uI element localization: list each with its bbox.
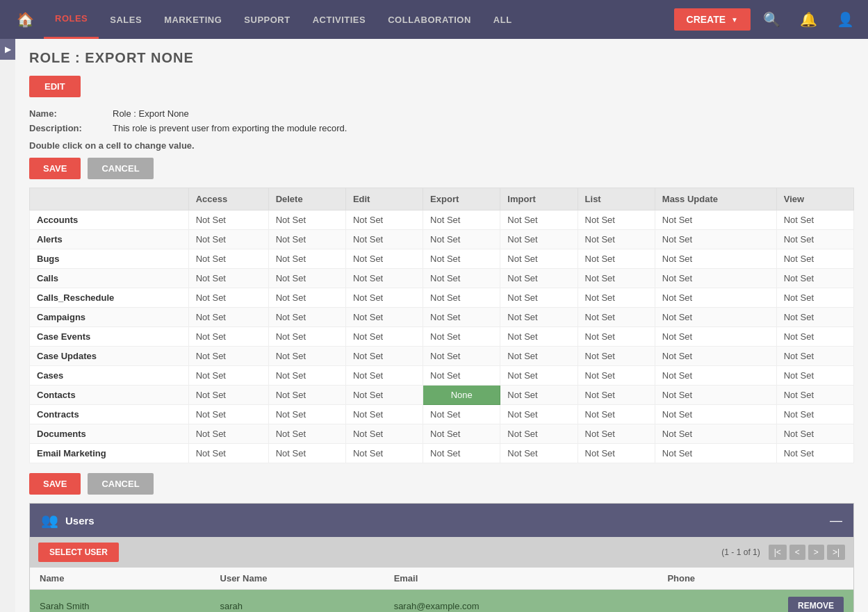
- permission-cell[interactable]: Not Set: [578, 366, 655, 386]
- permission-cell[interactable]: Not Set: [188, 366, 268, 386]
- permission-cell[interactable]: Not Set: [500, 366, 578, 386]
- permission-cell[interactable]: Not Set: [345, 308, 423, 327]
- search-button[interactable]: 🔍: [756, 7, 787, 32]
- permission-cell[interactable]: Not Set: [345, 327, 423, 347]
- permission-cell[interactable]: Not Set: [423, 424, 500, 444]
- permission-cell[interactable]: Not Set: [776, 210, 853, 230]
- permission-cell[interactable]: Not Set: [345, 249, 423, 269]
- permission-cell[interactable]: Not Set: [188, 288, 268, 308]
- permission-cell[interactable]: Not Set: [188, 347, 268, 366]
- home-button[interactable]: 🏠: [7, 11, 44, 28]
- permission-cell[interactable]: Not Set: [655, 444, 776, 463]
- permission-cell[interactable]: Not Set: [578, 210, 655, 230]
- collapse-users-button[interactable]: —: [830, 513, 842, 528]
- permission-cell[interactable]: Not Set: [188, 269, 268, 288]
- permission-cell[interactable]: Not Set: [188, 210, 268, 230]
- permission-cell[interactable]: Not Set: [655, 230, 776, 249]
- permission-cell[interactable]: Not Set: [655, 347, 776, 366]
- permission-cell[interactable]: Not Set: [500, 444, 578, 463]
- first-page-button[interactable]: |<: [769, 545, 787, 560]
- permission-cell[interactable]: Not Set: [500, 210, 578, 230]
- permission-cell[interactable]: Not Set: [776, 444, 853, 463]
- permission-cell[interactable]: Not Set: [345, 405, 423, 424]
- permission-cell[interactable]: Not Set: [188, 444, 268, 463]
- permission-cell[interactable]: Not Set: [423, 444, 500, 463]
- permission-cell[interactable]: Not Set: [578, 269, 655, 288]
- permission-cell[interactable]: Not Set: [578, 424, 655, 444]
- last-page-button[interactable]: >|: [827, 545, 845, 560]
- permission-cell[interactable]: Not Set: [423, 366, 500, 386]
- permission-cell[interactable]: Not Set: [188, 327, 268, 347]
- permission-cell[interactable]: Not Set: [345, 210, 423, 230]
- permission-cell[interactable]: Not Set: [268, 269, 345, 288]
- permission-cell[interactable]: Not Set: [268, 424, 345, 444]
- permission-cell[interactable]: Not Set: [578, 230, 655, 249]
- permission-cell[interactable]: Not Set: [345, 269, 423, 288]
- permission-cell[interactable]: Not Set: [268, 405, 345, 424]
- permission-cell[interactable]: Not Set: [268, 347, 345, 366]
- edit-button[interactable]: EDIT: [29, 76, 81, 97]
- save-button-top[interactable]: SAVE: [29, 158, 81, 179]
- permission-cell[interactable]: Not Set: [655, 366, 776, 386]
- permission-cell[interactable]: Not Set: [423, 347, 500, 366]
- permission-cell[interactable]: Not Set: [776, 308, 853, 327]
- permission-cell[interactable]: Not Set: [500, 249, 578, 269]
- permission-cell[interactable]: Not Set: [268, 444, 345, 463]
- permission-cell[interactable]: Not Set: [655, 249, 776, 269]
- nav-link-sales[interactable]: SALES: [99, 0, 153, 39]
- permission-cell[interactable]: Not Set: [776, 386, 853, 405]
- cancel-button-bottom[interactable]: CANCEL: [88, 473, 153, 495]
- notifications-button[interactable]: 🔔: [793, 7, 824, 32]
- permission-cell[interactable]: Not Set: [655, 288, 776, 308]
- permission-cell[interactable]: Not Set: [268, 230, 345, 249]
- permission-cell[interactable]: Not Set: [268, 327, 345, 347]
- permission-cell[interactable]: Not Set: [423, 210, 500, 230]
- permission-cell[interactable]: Not Set: [345, 288, 423, 308]
- permission-cell[interactable]: Not Set: [188, 405, 268, 424]
- permission-cell[interactable]: Not Set: [500, 386, 578, 405]
- permission-cell[interactable]: Not Set: [776, 230, 853, 249]
- permission-cell[interactable]: Not Set: [655, 327, 776, 347]
- permission-cell[interactable]: Not Set: [776, 366, 853, 386]
- permission-cell[interactable]: Not Set: [776, 347, 853, 366]
- permission-cell[interactable]: Not Set: [776, 249, 853, 269]
- permission-cell[interactable]: Not Set: [268, 210, 345, 230]
- nav-link-marketing[interactable]: MARKETING: [153, 0, 233, 39]
- nav-link-roles[interactable]: ROLES: [44, 0, 99, 39]
- permission-cell[interactable]: Not Set: [500, 327, 578, 347]
- permission-cell[interactable]: Not Set: [345, 347, 423, 366]
- permission-cell[interactable]: Not Set: [188, 424, 268, 444]
- permission-cell[interactable]: Not Set: [423, 269, 500, 288]
- nav-link-activities[interactable]: ACTIVITIES: [302, 0, 377, 39]
- permission-cell[interactable]: Not Set: [578, 308, 655, 327]
- nav-link-collaboration[interactable]: COLLABORATION: [377, 0, 482, 39]
- permission-cell[interactable]: Not Set: [578, 288, 655, 308]
- permission-cell[interactable]: Not Set: [578, 405, 655, 424]
- permission-cell[interactable]: Not Set: [578, 327, 655, 347]
- permission-cell[interactable]: Not Set: [776, 405, 853, 424]
- permission-cell[interactable]: Not Set: [776, 269, 853, 288]
- permission-cell[interactable]: Not Set: [500, 347, 578, 366]
- permission-cell[interactable]: Not Set: [655, 308, 776, 327]
- nav-link-support[interactable]: SUPPORT: [233, 0, 301, 39]
- permission-cell[interactable]: Not Set: [345, 230, 423, 249]
- remove-user-button[interactable]: REMOVE: [788, 597, 844, 612]
- sidebar-toggle[interactable]: ▶: [0, 39, 15, 60]
- permission-cell[interactable]: Not Set: [188, 230, 268, 249]
- permission-cell[interactable]: Not Set: [188, 249, 268, 269]
- permission-cell[interactable]: Not Set: [268, 288, 345, 308]
- permission-cell[interactable]: Not Set: [268, 249, 345, 269]
- permission-cell[interactable]: Not Set: [423, 308, 500, 327]
- permission-cell[interactable]: Not Set: [345, 366, 423, 386]
- permission-cell[interactable]: Not Set: [345, 444, 423, 463]
- permission-cell[interactable]: Not Set: [345, 424, 423, 444]
- permission-cell[interactable]: Not Set: [500, 424, 578, 444]
- create-button[interactable]: CREATE ▼: [674, 8, 751, 31]
- permission-cell[interactable]: Not Set: [655, 405, 776, 424]
- permission-cell[interactable]: Not Set: [578, 444, 655, 463]
- permission-cell[interactable]: Not Set: [188, 308, 268, 327]
- permission-cell[interactable]: Not Set: [423, 405, 500, 424]
- permission-cell[interactable]: Not Set: [655, 269, 776, 288]
- permission-cell[interactable]: Not Set: [776, 288, 853, 308]
- cancel-button-top[interactable]: CANCEL: [88, 158, 153, 179]
